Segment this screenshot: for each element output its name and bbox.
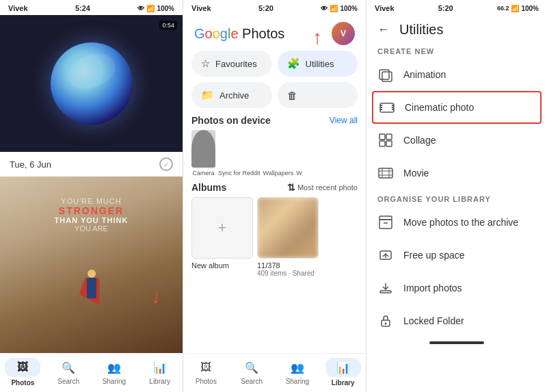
nav-item-library-2[interactable]: 📊 Library	[320, 358, 366, 387]
new-album-info: New album	[191, 261, 253, 270]
locked-folder-label: Locked Folder	[403, 315, 464, 326]
user-avatar[interactable]: V	[332, 22, 355, 45]
reddit-group: ☁ Sync for Reddit	[218, 130, 261, 177]
collage-item[interactable]: Collage	[366, 124, 547, 157]
new-album-thumb[interactable]: +	[191, 197, 253, 259]
search-icon-2: 🔍	[243, 359, 260, 376]
gp-letter-g: G	[194, 26, 205, 41]
nav-item-search-1[interactable]: 🔍 Search	[46, 359, 92, 385]
favourites-label: Favourites	[215, 59, 257, 69]
photos-icon-1: 🖼	[14, 359, 31, 376]
svg-rect-0	[379, 70, 389, 79]
nav-item-sharing-2[interactable]: 👥 Sharing	[275, 359, 321, 385]
free-space-item[interactable]: Free up space	[366, 239, 547, 272]
svg-rect-4	[380, 107, 382, 108]
animation-item[interactable]: Animation	[366, 58, 547, 91]
eye-icon-2: 👁	[321, 5, 328, 12]
nav-item-sharing-1[interactable]: 👥 Sharing	[92, 359, 137, 385]
import-icon	[377, 280, 394, 296]
star-icon: ☆	[201, 57, 210, 70]
nav-item-search-2[interactable]: 🔍 Search	[229, 359, 275, 385]
camera-group: Camera	[191, 130, 215, 177]
nav-item-photos-1[interactable]: 🖼 Photos	[0, 358, 46, 387]
home-pill-3	[429, 341, 484, 344]
trash-button[interactable]: 🗑	[278, 82, 358, 108]
utilities-label: Utilities	[306, 59, 334, 69]
device-photos-section: Photos on device View all Camera ☁ Sync …	[183, 115, 366, 177]
gp-title: Google Photos	[194, 26, 284, 42]
person-silhouette	[191, 130, 215, 168]
move-archive-label: Move photos to the archive	[403, 217, 518, 228]
gp-header: Google Photos V	[183, 15, 366, 51]
albums-grid: + New album 11/378 409 items · Shared	[191, 197, 358, 277]
shared-album-meta: 409 items · Shared	[257, 270, 319, 277]
phone-1: Vivek 5:24 👁 📶 100% 0:54 Tue, 6 Jun ✓ YO…	[0, 0, 183, 392]
quick-actions: ☆ Favourites 🧩 Utilities ↑ 📁 Archive 🗑	[183, 51, 366, 115]
date-bar: Tue, 6 Jun ✓	[0, 152, 183, 177]
status-time-3: 5:20	[438, 4, 453, 12]
gp-letter-e: e	[230, 26, 238, 41]
movie-label: Movie	[403, 168, 429, 179]
device-photos-title: Photos on device	[191, 115, 271, 126]
nav-label-search-1: Search	[57, 378, 79, 385]
phone-3: Vivek 5:20 66.2 📶 100% ← Utilities CREAT…	[366, 0, 547, 392]
hero-body	[87, 278, 96, 298]
utilities-icon: 🧩	[287, 57, 300, 70]
date-check-icon: ✓	[159, 157, 173, 171]
poster-line1: YOU'RE MUCH	[14, 197, 169, 205]
move-archive-item[interactable]: Move photos to the archive	[366, 206, 547, 239]
favourites-button[interactable]: ☆ Favourites	[191, 51, 272, 77]
status-user-2: Vivek	[191, 4, 211, 12]
animation-label: Animation	[403, 69, 446, 80]
phone-2: Vivek 5:20 👁 📶 100% Google Photos V ☆ Fa…	[183, 0, 366, 392]
signal-val-3: 66.2	[497, 5, 509, 12]
albums-sort[interactable]: ⇅ Most recent photo	[287, 182, 358, 193]
utilities-button[interactable]: 🧩 Utilities ↑	[278, 51, 358, 77]
nav-label-sharing-2: Sharing	[286, 378, 309, 385]
cinematic-photo-item[interactable]: Cinematic photo	[372, 91, 542, 124]
nav-item-library-1[interactable]: 📊 Library	[137, 359, 183, 385]
movie-item[interactable]: Movie	[366, 157, 547, 190]
free-space-label: Free up space	[403, 250, 465, 261]
organise-list: Move photos to the archive Free up space…	[366, 206, 547, 337]
svg-rect-9	[379, 134, 385, 140]
camera-thumb[interactable]	[191, 130, 215, 168]
import-photos-item[interactable]: Import photos	[366, 272, 547, 304]
battery-text-1: 100%	[157, 5, 174, 12]
blurred-photo	[258, 198, 318, 258]
wifi-icon-3: 📶	[511, 5, 519, 12]
reddit-label: Sync for Reddit	[218, 170, 261, 177]
poster-text-block: YOU'RE MUCH STRONGER THAN YOU THINK YOU …	[0, 197, 183, 233]
status-icons-3: 66.2 📶 100%	[497, 5, 539, 12]
poster-photo: YOU'RE MUCH STRONGER THAN YOU THINK YOU …	[0, 177, 183, 353]
hero-figure	[71, 264, 112, 319]
import-label: Import photos	[403, 283, 462, 293]
svg-rect-12	[386, 141, 392, 146]
back-button[interactable]: ←	[377, 23, 390, 37]
view-all-button[interactable]: View all	[330, 116, 358, 125]
trash-icon: 🗑	[287, 90, 297, 101]
shared-album-info: 11/378 409 items · Shared	[257, 261, 319, 277]
nav-label-photos-2: Photos	[196, 378, 217, 385]
status-user-3: Vivek	[375, 4, 395, 12]
poster-line4: YOU ARE	[14, 224, 169, 233]
sort-label: Most recent photo	[297, 183, 358, 192]
nav-label-photos-1: Photos	[11, 379, 34, 387]
svg-rect-1	[382, 72, 392, 81]
lock-icon	[377, 313, 394, 329]
nav-label-library-1: Library	[149, 378, 170, 385]
shared-album-thumb[interactable]	[257, 197, 319, 259]
cinematic-label: Cinematic photo	[405, 102, 474, 113]
svg-point-26	[385, 323, 387, 325]
movie-icon	[377, 165, 394, 181]
nav-label-search-2: Search	[241, 378, 263, 385]
svg-rect-3	[380, 105, 382, 106]
shared-album-item[interactable]: 11/378 409 items · Shared	[257, 197, 319, 277]
nav-item-photos-2[interactable]: 🖼 Photos	[183, 359, 229, 385]
archive-button[interactable]: 📁 Archive	[191, 82, 272, 108]
library-icon-2: 📊	[335, 359, 351, 376]
new-album-item[interactable]: + New album	[191, 197, 253, 277]
gp-letter-o2: o	[213, 26, 220, 41]
locked-folder-item[interactable]: Locked Folder	[366, 304, 547, 337]
sharing-icon-2: 👥	[289, 359, 306, 376]
